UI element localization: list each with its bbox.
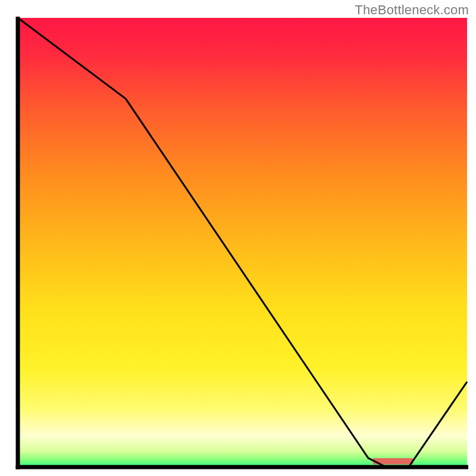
bottleneck-chart [0, 0, 476, 476]
plot-background [18, 18, 467, 467]
